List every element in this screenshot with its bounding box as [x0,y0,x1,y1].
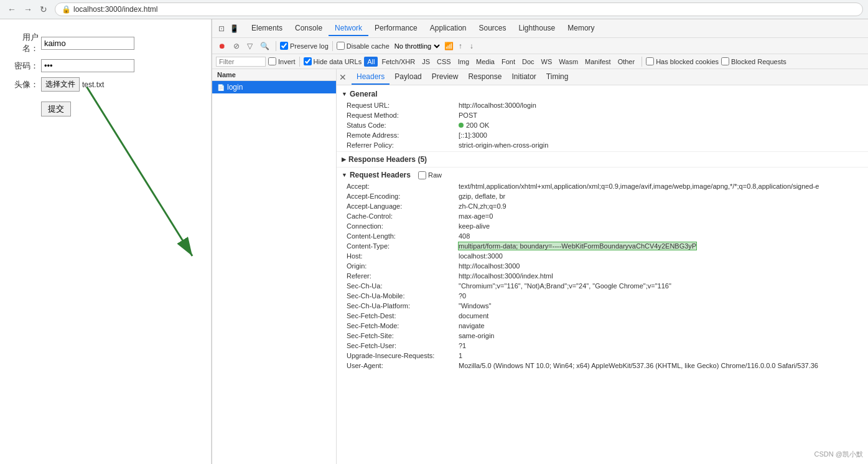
filter-all[interactable]: All [364,57,378,67]
has-blocked-cookies-checkbox[interactable]: Has blocked cookies [646,57,719,65]
detail-tab-payload[interactable]: Payload [390,70,426,85]
tab-lighthouse[interactable]: Lighthouse [513,21,562,36]
upload-button[interactable]: ↑ [456,41,465,51]
filter-wasm[interactable]: Wasm [556,57,581,67]
request-headers-section-header[interactable]: Request Headers Raw [337,169,868,181]
detail-tab-timing[interactable]: Timing [541,70,574,85]
request-header-key: Referer: [347,272,459,280]
tab-elements[interactable]: Elements [245,21,289,36]
request-header-key: Connection: [347,222,459,230]
detail-tab-preview[interactable]: Preview [427,70,464,85]
submit-button[interactable]: 提交 [41,102,71,116]
request-header-key: Host: [347,252,459,260]
detail-tab-headers[interactable]: Headers [352,70,390,85]
tab-application[interactable]: Application [424,21,473,36]
request-header-key: Upgrade-Insecure-Requests: [347,352,459,359]
request-header-value: gzip, deflate, br [459,192,505,200]
network-pane: Name 📄 login ✕ Headers Payload Preview R… [212,69,868,464]
general-section-header[interactable]: General [337,88,868,100]
record-button[interactable]: ⏺ [216,41,228,51]
referrer-policy-key: Referrer Policy: [347,141,459,149]
url-text: localhost:3000/index.html [73,5,157,14]
request-header-value: http://localhost:3000 [459,262,520,270]
disable-cache-checkbox[interactable]: Disable cache [337,42,390,50]
request-header-row: Content-Type:multipart/form-data; bounda… [337,241,868,251]
filter-types: All Fetch/XHR JS CSS Img Media Font Doc … [364,57,638,67]
filter-js[interactable]: JS [419,57,433,67]
download-button[interactable]: ↓ [467,41,476,51]
general-title: General [350,90,378,98]
search-button[interactable]: 🔍 [258,41,272,51]
request-header-key: Sec-Fetch-Dest: [347,312,459,320]
hide-data-urls-label: Hide data URLs [314,58,362,65]
raw-checkbox[interactable]: Raw [418,171,442,179]
filter-input[interactable] [216,57,266,67]
request-header-value: "Chromium";v="116", "Not)A;Brand";v="24"… [459,282,671,290]
request-header-key: User-Agent: [347,362,459,369]
filter-manifest[interactable]: Manifest [582,57,614,67]
filter-css[interactable]: CSS [434,57,454,67]
detail-tab-initiator[interactable]: Initiator [506,70,541,85]
request-header-row: User-Agent:Mozilla/5.0 (Windows NT 10.0;… [337,361,868,371]
request-header-key: Sec-Fetch-User: [347,342,459,349]
detail-tab-response[interactable]: Response [463,70,506,85]
tab-memory[interactable]: Memory [561,21,600,36]
response-headers-title: Response Headers (5) [348,155,427,164]
request-method-key: Request Method: [347,111,459,119]
request-url-key: Request URL: [347,102,459,109]
request-header-value: "Windows" [459,302,491,310]
filter-fetch-xhr[interactable]: Fetch/XHR [378,57,418,67]
filter-doc[interactable]: Doc [519,57,538,67]
request-item-login[interactable]: 📄 login [212,81,336,93]
status-code-key: Status Code: [347,121,459,129]
tab-sources[interactable]: Sources [473,21,513,36]
request-header-value: keep-alive [459,222,490,230]
hide-data-urls-checkbox[interactable]: Hide data URLs [304,57,362,65]
devtools-icon-bar: ⊡ 📱 [215,23,243,34]
invert-checkbox[interactable]: Invert [268,57,296,65]
filter-button[interactable]: ▽ [245,41,255,51]
filter-media[interactable]: Media [473,57,498,67]
inspect-icon[interactable]: ⊡ [217,23,226,34]
request-method-value: POST [459,111,477,119]
filter-img[interactable]: Img [455,57,472,67]
address-bar[interactable]: 🔒 localhost:3000/index.html [55,2,863,16]
request-header-value: 1 [459,352,462,359]
tab-console[interactable]: Console [289,21,329,36]
disable-cache-label: Disable cache [347,42,390,50]
back-button[interactable]: ← [5,3,19,16]
devtools-tabs-bar: ⊡ 📱 Elements Console Network Performance… [212,19,868,38]
throttle-select[interactable]: No throttling [392,42,442,50]
request-header-row: Sec-Ch-Ua-Platform:"Windows" [337,301,868,311]
preserve-log-checkbox[interactable]: Preserve log [280,42,329,50]
request-header-key: Accept-Language: [347,202,459,210]
request-headers-title: Request Headers [350,171,411,179]
file-choose-button[interactable]: 选择文件 [41,77,80,92]
request-header-row: Content-Length:408 [337,231,868,241]
request-header-row: Sec-Ch-Ua:"Chromium";v="116", "Not)A;Bra… [337,281,868,291]
request-header-key: Sec-Ch-Ua: [347,282,459,290]
tab-performance[interactable]: Performance [368,21,424,36]
request-header-row: Connection:keep-alive [337,221,868,231]
detail-tabs: ✕ Headers Payload Preview Response Initi… [337,69,868,85]
response-headers-section-header[interactable]: Response Headers (5) [337,153,868,166]
request-header-row: Sec-Fetch-Dest:document [337,311,868,321]
request-header-row: Sec-Fetch-Mode:navigate [337,321,868,331]
filter-other[interactable]: Other [615,57,638,67]
device-icon[interactable]: 📱 [228,23,240,34]
filter-font[interactable]: Font [498,57,518,67]
username-input[interactable] [41,37,134,50]
request-header-row: Sec-Ch-Ua-Mobile:?0 [337,291,868,301]
tab-network[interactable]: Network [329,21,368,36]
blocked-requests-checkbox[interactable]: Blocked Requests [721,57,786,65]
request-header-key: Content-Type: [347,242,459,250]
close-detail-button[interactable]: ✕ [339,72,347,82]
request-header-value: same-origin [459,332,494,339]
reload-button[interactable]: ↻ [37,3,50,16]
stop-button[interactable]: ⊘ [231,41,242,51]
status-dot [459,123,464,128]
request-header-row: Sec-Fetch-User:?1 [337,341,868,351]
filter-ws[interactable]: WS [538,57,556,67]
forward-button[interactable]: → [21,3,35,16]
password-input[interactable] [41,59,134,72]
